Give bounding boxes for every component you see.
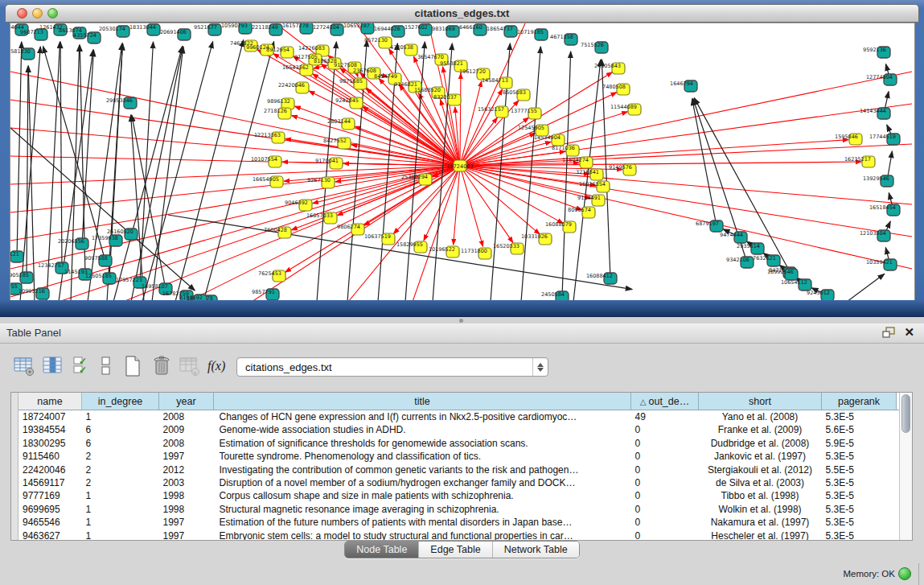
graph-edge[interactable] [10,166,460,241]
split-divider[interactable] [0,317,924,323]
graph-node[interactable]: 10653287 [343,23,374,34]
table-row[interactable]: 1830029562008Estimation of significance … [18,437,900,450]
table-cell[interactable]: 2009 [159,423,214,436]
table-cell[interactable]: 14569117 [18,476,82,489]
table-cell[interactable]: 5.3E-5 [822,450,897,463]
graph-node[interactable]: 16235217 [844,156,875,168]
graph-node[interactable]: 11544089 [610,104,641,116]
graph-node[interactable]: 6879197 [696,220,723,233]
table-cell[interactable]: 1 [82,529,159,541]
graph-node[interactable]: 9607213 [20,29,47,41]
graph-edge[interactable] [460,144,912,166]
graph-node[interactable]: 12103504 [860,230,890,242]
graph-node[interactable]: 15829955 [396,241,427,253]
graph-node[interactable]: 20691406 [160,29,191,41]
table-cell[interactable]: 0 [631,463,699,476]
graph-edge[interactable] [847,274,885,302]
graph-node[interactable]: 9149576 [609,164,636,176]
table-cell[interactable]: 2008 [159,410,214,424]
graph-node[interactable]: 2718126 [264,108,291,120]
graph-node[interactable]: 8096574 [568,207,595,219]
graph-node[interactable]: 20530174 [99,26,129,38]
table-cell[interactable]: Estimation of the future numbers of pati… [214,516,631,529]
table-cell[interactable]: 1 [82,489,159,502]
table-cell[interactable]: Dudbridge et al. (2008) [699,437,822,450]
table-cell[interactable]: 0 [631,450,699,463]
graph-node[interactable]: 7600428 [264,227,291,239]
table-cell[interactable]: Yano et al. (2008) [699,410,822,424]
table-cell[interactable]: 6 [82,423,159,436]
graph-node[interactable]: 9474444 [720,232,747,244]
graph-node[interactable]: 2935514 [737,243,764,255]
graph-node[interactable]: 9806274 [337,224,364,236]
graph-node[interactable]: 4671358 [550,34,577,46]
graph-node[interactable]: 8171036 [552,145,579,157]
table-cell[interactable]: de Silva et al. (2003) [699,476,822,489]
table-cell[interactable]: Disruption of a novel member of a sodium… [214,476,631,489]
graph-edge[interactable] [460,162,861,166]
graph-node[interactable]: 16016354 [579,181,610,193]
network-canvas[interactable]: 1604044960721312614328613074435572475818… [10,23,915,303]
table-cell[interactable]: 9465546 [18,516,82,529]
table-cell[interactable]: 1998 [159,503,214,516]
table-cell[interactable]: Genome-wide association studies in ADHD. [214,423,631,436]
graph-node[interactable]: 12774904 [866,74,897,86]
graph-edge[interactable] [10,166,460,212]
graph-node[interactable]: 3216841 [576,169,603,181]
graph-node[interactable]: 10637519 [364,233,395,245]
table-cell[interactable]: 0 [631,437,699,450]
graph-node[interactable]: 10107554 [251,156,281,168]
table-cell[interactable]: Tourette syndrome. Phenomenology and cla… [214,450,631,463]
select-columns-icon[interactable]: ✓✓ [72,355,92,381]
tab-network-table[interactable]: Network Table [493,542,579,558]
graph-node[interactable]: 20206556 [58,238,88,250]
graph-node[interactable]: 7480508 [602,84,630,96]
graph-node[interactable]: 9046392 [285,200,312,212]
graph-node[interactable]: 9170041 [315,158,343,170]
table-cell[interactable]: Structural magnetic resonance image aver… [214,503,631,516]
table-cell[interactable]: Hescheler et al. (1997) [699,529,822,541]
column-header-title[interactable]: title [214,393,631,410]
table-cell[interactable]: Tibbo et al. (1998) [699,489,822,502]
table-cell[interactable]: Jankovic et al. (1997) [699,450,822,463]
graph-edge[interactable] [460,73,461,166]
table-cell[interactable]: 5.3E-5 [822,476,897,489]
function-builder-icon[interactable]: f(x) [207,359,225,373]
graph-edge[interactable] [460,166,912,204]
table-cell[interactable]: Stergiakouli et al. (2012) [699,463,822,476]
graph-edge[interactable] [460,166,912,237]
table-row[interactable]: 1872400712008Changes of HCN gene express… [18,410,900,424]
table-cell[interactable]: Franke et al. (2009) [699,423,822,436]
graph-node[interactable]: 5905185 [10,272,33,284]
graph-edge[interactable] [460,140,848,166]
tab-node-table[interactable]: Node Table [345,542,419,558]
network-window-titlebar[interactable]: citations_edges.txt [5,4,919,23]
table-cell[interactable]: 2 [82,450,159,463]
graph-edge[interactable] [521,47,540,302]
graph-node[interactable]: 8505083 [503,89,530,101]
graph-node[interactable]: 6466160 [459,24,487,36]
graph-node[interactable]: 9267130 [307,177,335,189]
graph-edge[interactable] [692,99,717,226]
table-cell[interactable]: 2008 [159,437,214,450]
table-row[interactable]: 2242004622012Investigating the contribut… [18,463,900,476]
table-cell[interactable]: 5.9E-5 [822,437,897,450]
graph-node[interactable]: 9831069 [432,26,459,38]
table-cell[interactable]: 0 [631,476,699,489]
graph-node[interactable]: 7625453 [258,270,285,282]
graph-edge[interactable] [27,66,28,278]
graph-node[interactable]: 11731800 [461,248,491,260]
table-cell[interactable]: Corpus callosum shape and size in male p… [214,489,631,502]
graph-node[interactable]: 7581830 [10,48,35,60]
graph-node[interactable]: 1527602 [405,24,432,36]
graph-node[interactable]: 13777155 [511,108,541,120]
column-header-pagerank[interactable]: pagerank [822,393,897,410]
table-cell[interactable]: Wolkin et al. (1998) [699,503,822,516]
graph-node[interactable]: 4320538 [390,44,417,56]
table-row[interactable]: 969969511998Structural magnetic resonanc… [18,503,900,516]
graph-node[interactable]: 10719185 [517,29,548,41]
table-cell[interactable]: 1 [82,516,159,529]
column-header-year[interactable]: year [159,393,214,410]
graph-node[interactable]: 16518454 [869,204,900,216]
table-cell[interactable]: 5.3E-5 [822,489,897,502]
